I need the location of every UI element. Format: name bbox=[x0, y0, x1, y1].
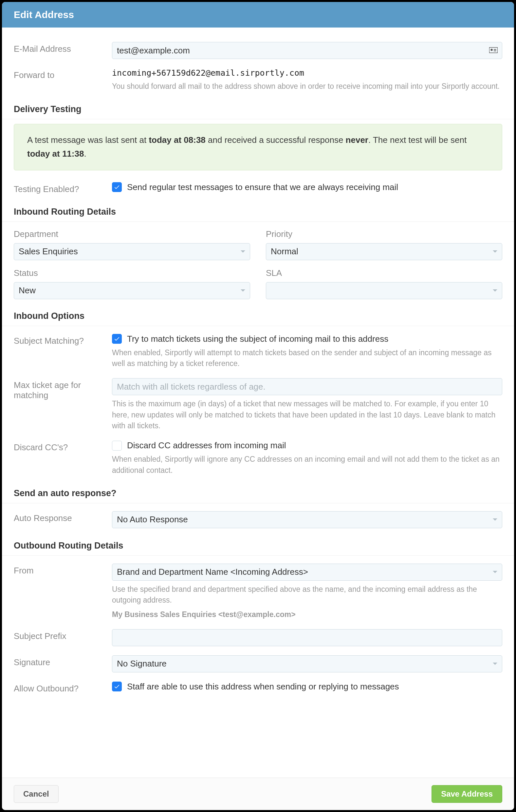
forward-help: You should forward all mail to the addre… bbox=[112, 81, 502, 92]
sla-select[interactable] bbox=[266, 282, 502, 299]
discard-cc-checkbox[interactable] bbox=[112, 441, 122, 451]
max-age-input[interactable] bbox=[112, 378, 502, 395]
chevron-down-icon bbox=[493, 518, 497, 521]
forward-address: incoming+567159d622@email.sirportly.com bbox=[112, 68, 502, 78]
from-example: My Business Sales Enquiries <test@exampl… bbox=[112, 610, 296, 619]
svg-rect-2 bbox=[494, 49, 496, 50]
status-select[interactable]: New bbox=[14, 282, 250, 299]
section-auto-response: Send an auto response? bbox=[2, 481, 514, 503]
discard-cc-checkbox-label: Discard CC addresses from incoming mail bbox=[127, 440, 286, 451]
subject-matching-checkbox-label: Try to match tickets using the subject o… bbox=[127, 334, 388, 344]
signature-label: Signature bbox=[14, 656, 112, 667]
chevron-down-icon bbox=[493, 250, 497, 253]
section-inbound-options: Inbound Options bbox=[2, 303, 514, 326]
priority-select[interactable]: Normal bbox=[266, 243, 502, 260]
discard-cc-label: Discard CC's? bbox=[14, 440, 112, 453]
department-label: Department bbox=[14, 229, 250, 239]
section-inbound-routing: Inbound Routing Details bbox=[2, 199, 514, 222]
from-help: Use the specified brand and department s… bbox=[112, 584, 502, 606]
from-select[interactable]: Brand and Department Name <Incoming Addr… bbox=[112, 563, 502, 581]
status-label: Status bbox=[14, 268, 250, 278]
modal-body: E-Mail Address bbox=[2, 28, 514, 778]
chevron-down-icon bbox=[493, 571, 497, 573]
subject-matching-label: Subject Matching? bbox=[14, 334, 112, 346]
chevron-down-icon bbox=[493, 663, 497, 665]
edit-address-modal: Edit Address E-Mail Address bbox=[2, 2, 514, 810]
subject-prefix-label: Subject Prefix bbox=[14, 629, 112, 641]
priority-label: Priority bbox=[266, 229, 502, 239]
save-address-button[interactable]: Save Address bbox=[431, 785, 502, 803]
testing-enabled-checkbox-label: Send regular test messages to ensure tha… bbox=[127, 182, 398, 192]
max-age-label: Max ticket age for matching bbox=[14, 378, 112, 400]
delivery-response: never bbox=[346, 135, 368, 145]
subject-matching-checkbox[interactable] bbox=[112, 334, 122, 344]
department-select[interactable]: Sales Enquiries bbox=[14, 243, 250, 260]
auto-response-select[interactable]: No Auto Response bbox=[112, 511, 502, 528]
auto-response-label: Auto Response bbox=[14, 511, 112, 523]
testing-enabled-checkbox[interactable] bbox=[112, 182, 122, 192]
modal-header: Edit Address bbox=[2, 2, 514, 28]
email-input[interactable] bbox=[112, 42, 502, 59]
testing-enabled-label: Testing Enabled? bbox=[14, 182, 112, 194]
allow-outbound-label: Allow Outbound? bbox=[14, 682, 112, 694]
max-age-help: This is the maximum age (in days) of a t… bbox=[112, 399, 502, 431]
delivery-info-box: A test message was last sent at today at… bbox=[14, 124, 502, 170]
chevron-down-icon bbox=[241, 250, 245, 253]
subject-matching-help: When enabled, Sirportly will attempt to … bbox=[112, 347, 502, 369]
chevron-down-icon bbox=[241, 289, 245, 292]
allow-outbound-checkbox-label: Staff are able to use this address when … bbox=[127, 682, 399, 692]
svg-point-1 bbox=[490, 49, 493, 51]
from-label: From bbox=[14, 563, 112, 576]
email-label: E-Mail Address bbox=[14, 42, 112, 54]
delivery-next: today at 11:38 bbox=[27, 149, 84, 158]
section-delivery-testing: Delivery Testing bbox=[2, 96, 514, 119]
section-outbound-routing: Outbound Routing Details bbox=[2, 533, 514, 556]
discard-cc-help: When enabled, Sirportly will ignore any … bbox=[112, 454, 502, 476]
forward-label: Forward to bbox=[14, 68, 112, 80]
sla-label: SLA bbox=[266, 268, 502, 278]
svg-rect-0 bbox=[489, 47, 498, 53]
modal-footer: Cancel Save Address bbox=[2, 778, 514, 810]
cancel-button[interactable]: Cancel bbox=[14, 785, 59, 803]
svg-rect-3 bbox=[494, 51, 496, 51]
subject-prefix-input[interactable] bbox=[112, 629, 502, 646]
chevron-down-icon bbox=[493, 289, 497, 292]
modal-title: Edit Address bbox=[14, 9, 74, 20]
address-card-icon bbox=[489, 46, 498, 55]
allow-outbound-checkbox[interactable] bbox=[112, 682, 122, 691]
delivery-last-sent: today at 08:38 bbox=[149, 135, 205, 145]
signature-select[interactable]: No Signature bbox=[112, 656, 502, 672]
